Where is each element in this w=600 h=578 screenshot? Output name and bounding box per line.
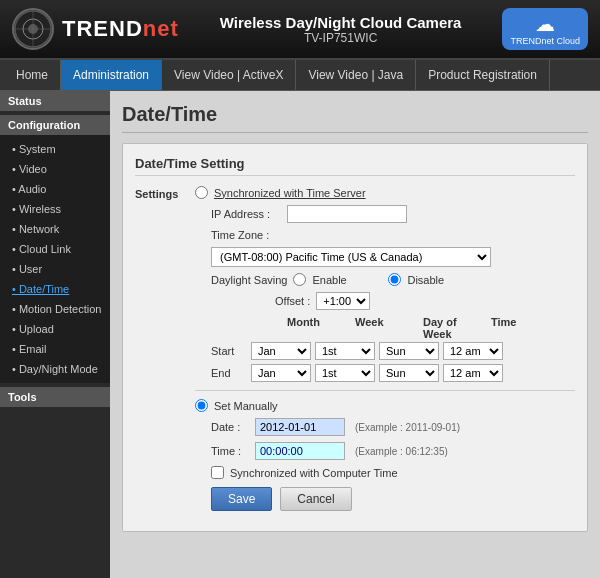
time-input[interactable] [255,442,345,460]
timezone-select-row: (GMT-08:00) Pacific Time (US & Canada) [195,247,575,267]
date-row: Date : (Example : 2011-09-01) [195,418,575,436]
sync-server-label[interactable]: Synchronized with Time Server [214,187,366,199]
start-label: Start [211,345,247,357]
disable-label: Disable [407,274,477,286]
sidebar-status-header: Status [0,91,110,111]
ip-address-label: IP Address : [211,208,281,220]
nav-view-activex[interactable]: View Video | ActiveX [162,60,296,90]
sidebar-items: • System • Video • Audio • Wireless • Ne… [0,135,110,383]
sync-computer-row: Synchronized with Computer Time [195,466,575,479]
ip-address-row: IP Address : [195,205,575,223]
sidebar: Status Configuration • System • Video • … [0,91,110,578]
sidebar-item-system[interactable]: • System [0,139,110,159]
manual-label: Set Manually [214,400,278,412]
sidebar-item-email[interactable]: • Email [0,339,110,359]
offset-row: Offset : +1:00 [195,292,575,310]
main-layout: Status Configuration • System • Video • … [0,91,600,578]
end-week-select[interactable]: 1st [315,364,375,382]
sidebar-item-network[interactable]: • Network [0,219,110,239]
th-week: Week [355,316,419,340]
nav-product-registration[interactable]: Product Registration [416,60,550,90]
content-area: Date/Time Date/Time Setting Settings Syn… [110,91,600,578]
timezone-select[interactable]: (GMT-08:00) Pacific Time (US & Canada) [211,247,491,267]
time-table: Month Week Day of Week Time Start Jan 1s… [211,316,575,382]
end-row: End Jan 1st Sun 12 am [211,364,575,382]
enable-label: Enable [312,274,382,286]
logo-icon [12,8,54,50]
daylight-row: Daylight Saving Enable Disable [195,273,575,286]
cloud-icon: ☁ [535,12,555,36]
end-dow-select[interactable]: Sun [379,364,439,382]
cloud-label: TRENDnet Cloud [510,36,580,46]
th-time: Time [491,316,555,340]
offset-label: Offset : [275,295,310,307]
panel-title: Date/Time Setting [135,156,575,176]
sidebar-tools-header: Tools [0,387,110,407]
date-input[interactable] [255,418,345,436]
start-row: Start Jan 1st Sun 12 am [211,342,575,360]
button-row: Save Cancel [195,487,575,511]
settings-row: Settings Synchronized with Time Server I… [135,186,575,511]
nav-bar: Home Administration View Video | ActiveX… [0,60,600,91]
logo-text: TRENDnet [62,16,179,42]
sidebar-item-upload[interactable]: • Upload [0,319,110,339]
form-panel: Date/Time Setting Settings Synchronized … [122,143,588,532]
start-dow-select[interactable]: Sun [379,342,439,360]
manual-radio-row: Set Manually [195,399,575,412]
sidebar-item-user[interactable]: • User [0,259,110,279]
end-time-select[interactable]: 12 am [443,364,503,382]
nav-administration[interactable]: Administration [61,60,162,90]
page-title: Date/Time [122,103,588,133]
cloud-badge: ☁ TRENDnet Cloud [502,8,588,50]
disable-radio[interactable] [388,273,401,286]
start-month-select[interactable]: Jan [251,342,311,360]
sidebar-item-daynight[interactable]: • Day/Night Mode [0,359,110,379]
header-center: Wireless Day/Night Cloud Camera TV-IP751… [220,14,462,45]
sidebar-item-video[interactable]: • Video [0,159,110,179]
th-dow: Day of Week [423,316,487,340]
model-number: TV-IP751WIC [220,31,462,45]
time-example: (Example : 06:12:35) [355,446,448,457]
time-field-label: Time : [211,445,249,457]
nav-home[interactable]: Home [4,60,61,90]
enable-radio[interactable] [293,273,306,286]
sync-server-row: Synchronized with Time Server [195,186,575,199]
cancel-button[interactable]: Cancel [280,487,351,511]
save-button[interactable]: Save [211,487,272,511]
divider [195,390,575,391]
sidebar-item-datetime[interactable]: • Date/Time [0,279,110,299]
start-week-select[interactable]: 1st [315,342,375,360]
time-row: Time : (Example : 06:12:35) [195,442,575,460]
nav-view-java[interactable]: View Video | Java [296,60,416,90]
sync-computer-label: Synchronized with Computer Time [230,467,398,479]
camera-name: Wireless Day/Night Cloud Camera [220,14,462,31]
date-label: Date : [211,421,249,433]
end-month-select[interactable]: Jan [251,364,311,382]
time-table-header: Month Week Day of Week Time [211,316,575,340]
sync-computer-checkbox[interactable] [211,466,224,479]
offset-select[interactable]: +1:00 [316,292,370,310]
settings-content: Synchronized with Time Server IP Address… [195,186,575,511]
settings-label: Settings [135,186,195,200]
daylight-label: Daylight Saving [211,274,287,286]
th-empty [247,316,283,340]
end-label: End [211,367,247,379]
sync-server-radio[interactable] [195,186,208,199]
manual-radio[interactable] [195,399,208,412]
date-example: (Example : 2011-09-01) [355,422,460,433]
timezone-label: Time Zone : [211,229,281,241]
sidebar-item-motion[interactable]: • Motion Detection [0,299,110,319]
sidebar-item-audio[interactable]: • Audio [0,179,110,199]
start-time-select[interactable]: 12 am [443,342,503,360]
th-month: Month [287,316,351,340]
timezone-row: Time Zone : [195,229,575,241]
header: TRENDnet Wireless Day/Night Cloud Camera… [0,0,600,60]
sidebar-config-header: Configuration [0,115,110,135]
sidebar-item-wireless[interactable]: • Wireless [0,199,110,219]
logo: TRENDnet [12,8,179,50]
ip-address-input[interactable] [287,205,407,223]
sidebar-item-cloudlink[interactable]: • Cloud Link [0,239,110,259]
